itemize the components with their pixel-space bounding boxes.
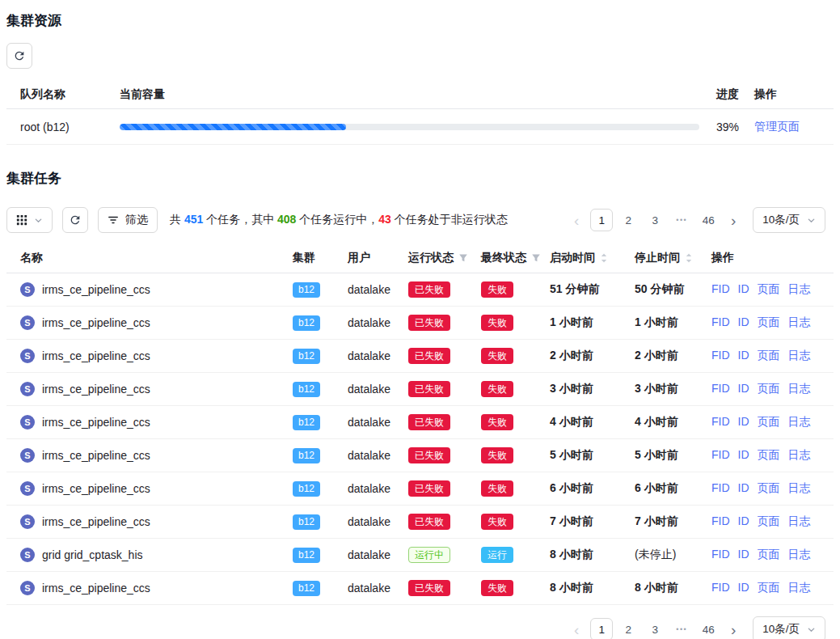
final-status-badge: 失败 bbox=[481, 580, 513, 596]
pagination-page[interactable]: 1 bbox=[590, 618, 613, 639]
row-actions: FIDID页面日志 bbox=[711, 514, 834, 529]
chevron-down-icon bbox=[807, 625, 816, 634]
pagination-page[interactable]: 2 bbox=[617, 618, 639, 639]
row-action-link[interactable]: FID bbox=[711, 282, 730, 297]
queue-row: root (b12) 39% 管理页面 bbox=[6, 109, 834, 145]
row-action-link[interactable]: 日志 bbox=[788, 581, 811, 595]
filter-funnel-icon[interactable] bbox=[458, 253, 468, 263]
col-action: 操作 bbox=[711, 251, 834, 265]
row-action-link[interactable]: ID bbox=[738, 282, 749, 297]
pagination-prev-icon[interactable]: ‹ bbox=[567, 618, 586, 639]
sort-icon[interactable] bbox=[685, 252, 693, 264]
task-name: grid grid_cptask_his bbox=[42, 548, 143, 561]
row-action-link[interactable]: ID bbox=[738, 349, 749, 363]
row-action-link[interactable]: 日志 bbox=[788, 315, 811, 330]
tasks-refresh-button[interactable] bbox=[62, 207, 88, 233]
cluster-badge: b12 bbox=[293, 581, 320, 596]
row-action-link[interactable]: ID bbox=[738, 581, 749, 595]
run-status-badge: 已失败 bbox=[408, 414, 450, 430]
row-action-link[interactable]: FID bbox=[711, 448, 730, 463]
row-action-link[interactable]: 日志 bbox=[788, 548, 811, 562]
row-action-link[interactable]: FID bbox=[711, 581, 730, 595]
page-size-select[interactable]: 10条/页 bbox=[753, 207, 825, 233]
row-action-link[interactable]: FID bbox=[711, 548, 730, 562]
start-time: 3 小时前 bbox=[550, 382, 635, 396]
manage-page-link[interactable]: 管理页面 bbox=[754, 120, 800, 133]
table-row: S irms_ce_pipeline_ccs b12 datalake 已失败 … bbox=[6, 273, 834, 307]
filter-funnel-icon[interactable] bbox=[531, 253, 541, 263]
pagination-prev-icon[interactable]: ‹ bbox=[567, 209, 586, 231]
task-user: datalake bbox=[348, 316, 408, 329]
row-action-link[interactable]: 日志 bbox=[788, 349, 811, 363]
pagination-page[interactable]: 3 bbox=[644, 618, 666, 639]
pagination-next-icon[interactable]: › bbox=[724, 618, 743, 639]
cluster-badge: b12 bbox=[293, 315, 320, 331]
row-action-link[interactable]: ID bbox=[738, 415, 749, 430]
row-action-link[interactable]: ID bbox=[738, 514, 749, 529]
row-action-link[interactable]: 页面 bbox=[758, 282, 780, 297]
col-final-status: 最终状态 bbox=[481, 251, 550, 265]
row-action-link[interactable]: ID bbox=[738, 548, 749, 562]
spark-avatar-icon: S bbox=[20, 282, 35, 297]
page-size-select[interactable]: 10条/页 bbox=[753, 616, 825, 639]
row-action-link[interactable]: 日志 bbox=[788, 448, 811, 463]
stop-time: 2 小时前 bbox=[635, 349, 711, 363]
row-action-link[interactable]: FID bbox=[711, 415, 730, 430]
sort-icon[interactable] bbox=[600, 252, 608, 264]
row-action-link[interactable]: FID bbox=[711, 349, 730, 363]
filter-button[interactable]: 筛选 bbox=[98, 207, 158, 233]
pagination-page[interactable]: 1 bbox=[590, 209, 613, 231]
row-action-link[interactable]: 日志 bbox=[788, 514, 811, 529]
row-action-link[interactable]: 日志 bbox=[788, 481, 811, 496]
row-action-link[interactable]: ID bbox=[738, 315, 749, 330]
start-time: 7 小时前 bbox=[550, 514, 635, 529]
pagination-page[interactable]: 3 bbox=[644, 209, 666, 231]
pagination-page[interactable]: 46 bbox=[697, 209, 720, 231]
col-queue-name: 队列名称 bbox=[20, 87, 120, 102]
row-action-link[interactable]: FID bbox=[711, 315, 730, 330]
summary-stopped-count: 43 bbox=[378, 213, 391, 226]
row-action-link[interactable]: 页面 bbox=[758, 514, 780, 529]
cluster-badge: b12 bbox=[293, 349, 320, 364]
task-user: datalake bbox=[348, 449, 408, 462]
pagination-next-icon[interactable]: › bbox=[724, 209, 743, 231]
row-actions: FIDID页面日志 bbox=[711, 349, 834, 363]
progress-percent: 39% bbox=[716, 121, 754, 133]
row-action-link[interactable]: 页面 bbox=[758, 481, 780, 496]
row-action-link[interactable]: 页面 bbox=[758, 548, 780, 562]
cluster-badge: b12 bbox=[293, 415, 320, 430]
pagination-page[interactable]: 2 bbox=[617, 209, 639, 231]
row-action-link[interactable]: ID bbox=[738, 481, 749, 496]
pagination-page[interactable]: 46 bbox=[697, 618, 720, 639]
run-status-badge: 运行中 bbox=[408, 547, 450, 563]
row-action-link[interactable]: FID bbox=[711, 514, 730, 529]
stop-time: 5 小时前 bbox=[635, 448, 711, 463]
capacity-progress-bar bbox=[120, 124, 699, 130]
row-action-link[interactable]: 页面 bbox=[758, 315, 780, 330]
col-user-label: 用户 bbox=[348, 251, 370, 265]
col-name: 名称 bbox=[20, 251, 293, 265]
row-action-link[interactable]: FID bbox=[711, 382, 730, 396]
row-action-link[interactable]: 日志 bbox=[788, 382, 811, 396]
row-action-link[interactable]: 页面 bbox=[758, 382, 780, 396]
row-action-link[interactable]: ID bbox=[738, 448, 749, 463]
cluster-badge: b12 bbox=[293, 282, 320, 298]
stop-time: 8 小时前 bbox=[635, 581, 711, 595]
spark-avatar-icon: S bbox=[20, 382, 35, 396]
task-user: datalake bbox=[348, 283, 408, 296]
grid-icon bbox=[16, 214, 27, 226]
spark-avatar-icon: S bbox=[20, 548, 35, 562]
layout-dropdown-button[interactable] bbox=[6, 207, 53, 233]
stop-time: (未停止) bbox=[635, 548, 711, 562]
row-action-link[interactable]: ID bbox=[738, 382, 749, 396]
row-action-link[interactable]: 页面 bbox=[758, 415, 780, 430]
row-action-link[interactable]: 页面 bbox=[758, 349, 780, 363]
row-action-link[interactable]: 页面 bbox=[758, 448, 780, 463]
row-action-link[interactable]: FID bbox=[711, 481, 730, 496]
stop-time: 3 小时前 bbox=[635, 382, 711, 396]
row-action-link[interactable]: 日志 bbox=[788, 415, 811, 430]
resources-refresh-button[interactable] bbox=[6, 43, 32, 69]
row-action-link[interactable]: 页面 bbox=[758, 581, 780, 595]
row-action-link[interactable]: 日志 bbox=[788, 282, 811, 297]
row-actions: FIDID页面日志 bbox=[711, 415, 834, 430]
